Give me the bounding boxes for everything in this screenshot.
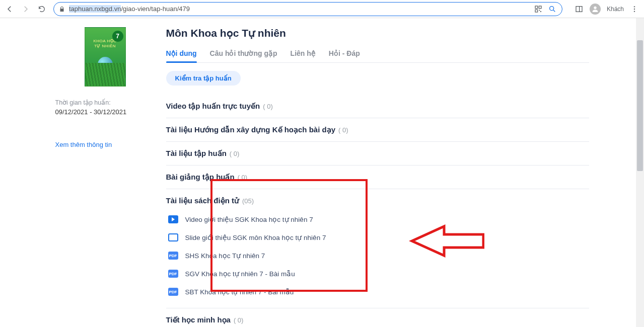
tab-lien-he[interactable]: Liên hệ: [291, 44, 316, 62]
zoom-icon[interactable]: [548, 5, 557, 14]
reload-button[interactable]: [37, 5, 46, 14]
qr-icon[interactable]: [534, 5, 543, 14]
section-head[interactable]: Video tập huấn trực tuyến ( 0): [166, 102, 589, 111]
kebab-menu-icon[interactable]: [630, 5, 639, 14]
ebook-item[interactable]: PDF SBT Khoa học tự nhiên 7 - Bài mẫu: [166, 283, 589, 301]
item-label: Slide giới thiệu SGK môn Khoa học tự nhi…: [185, 233, 326, 241]
page-title: Môn Khoa học Tự nhiên: [166, 27, 589, 39]
pdf-icon: PDF: [168, 270, 178, 278]
slide-icon: [168, 233, 178, 241]
tab-cau-hoi[interactable]: Câu hỏi thường gặp: [210, 44, 277, 62]
section-lectures: Bài giảng tập huấn ( 0): [166, 166, 589, 189]
section-count: ( 0): [234, 316, 244, 324]
svg-rect-3: [539, 10, 540, 11]
section-head[interactable]: Tài liệu Hướng dẫn xây dựng Kế hoạch bài…: [166, 125, 589, 134]
svg-point-11: [634, 11, 635, 12]
cover-grass: [85, 63, 125, 86]
cover-number: 7: [112, 31, 123, 42]
section-head[interactable]: Tiết học minh họa ( 0): [166, 315, 589, 324]
avatar-icon[interactable]: [590, 4, 601, 15]
section-count: ( 0): [238, 174, 248, 181]
section-title: Tiết học minh họa: [166, 315, 231, 324]
item-label: SHS Khoa học Tự nhiên 7: [185, 252, 265, 260]
ebook-item[interactable]: PDF SGV Khoa học tự nhiên 7 - Bài mẫu: [166, 265, 589, 283]
section-title: Tài liệu tập huấn: [166, 149, 227, 158]
book-cover: KHOA HỌC TỰ NHIÊN 7: [85, 27, 126, 87]
forward-button[interactable]: [21, 5, 30, 14]
svg-rect-0: [535, 6, 538, 9]
section-ebooks: Tài liệu sách điện tử (05) Video giới th…: [166, 189, 589, 308]
item-label: SBT Khoa học tự nhiên 7 - Bài mẫu: [185, 288, 294, 296]
ebook-item[interactable]: PDF SHS Khoa học Tự nhiên 7: [166, 247, 589, 265]
exam-chip[interactable]: Kiểm tra tập huấn: [166, 71, 241, 86]
tab-noi-dung[interactable]: Nội dung: [166, 44, 197, 62]
section-count: ( 0): [230, 150, 240, 157]
address-bar[interactable]: taphuan.nxbgd.vn/giao-vien/tap-huan/479: [53, 2, 562, 16]
svg-point-8: [594, 6, 596, 9]
section-count: (05): [242, 197, 254, 205]
section-head[interactable]: Bài giảng tập huấn ( 0): [166, 173, 589, 182]
browser-toolbar: taphuan.nxbgd.vn/giao-vien/tap-huan/479 …: [0, 0, 644, 18]
scrollbar[interactable]: [636, 18, 644, 327]
video-icon: [168, 215, 178, 223]
svg-rect-2: [535, 10, 538, 12]
svg-point-5: [550, 6, 554, 10]
ebook-item[interactable]: Video giới thiệu SGK Khoa học tự nhiên 7: [166, 210, 589, 228]
section-title: Video tập huấn trực tuyến: [166, 102, 260, 111]
section-demo-lesson: Tiết học minh họa ( 0): [166, 308, 589, 327]
svg-point-9: [634, 6, 635, 7]
ebook-item[interactable]: Slide giới thiệu SGK môn Khoa học tự nhi…: [166, 228, 589, 247]
section-head[interactable]: Tài liệu sách điện tử (05): [166, 196, 589, 205]
tabs: Nội dung Câu hỏi thường gặp Liên hệ Hỏi …: [166, 44, 589, 63]
pdf-icon: PDF: [168, 252, 178, 260]
section-video-online: Video tập huấn trực tuyến ( 0): [166, 95, 589, 118]
section-count: ( 0): [263, 103, 273, 110]
panel-icon[interactable]: [575, 5, 584, 14]
lock-icon: [59, 6, 65, 12]
course-main: Môn Khoa học Tự nhiên Nội dung Câu hỏi t…: [166, 27, 589, 327]
page-body: KHOA HỌC TỰ NHIÊN 7 Thời gian tập huấn: …: [0, 18, 644, 327]
section-title: Bài giảng tập huấn: [166, 173, 235, 182]
section-head[interactable]: Tài liệu tập huấn ( 0): [166, 149, 589, 158]
section-plan-guide: Tài liệu Hướng dẫn xây dựng Kế hoạch bài…: [166, 118, 589, 142]
item-label: SGV Khoa học tự nhiên 7 - Bài mẫu: [185, 270, 295, 278]
section-title: Tài liệu Hướng dẫn xây dựng Kế hoạch bài…: [166, 125, 336, 134]
svg-rect-4: [540, 11, 541, 12]
tab-hoi-dap[interactable]: Hỏi - Đáp: [329, 44, 360, 62]
back-button[interactable]: [5, 5, 14, 14]
section-title: Tài liệu sách điện tử: [166, 196, 240, 205]
item-label: Video giới thiệu SGK Khoa học tự nhiên 7: [185, 215, 313, 223]
section-training-docs: Tài liệu tập huấn ( 0): [166, 142, 589, 166]
url-text: taphuan.nxbgd.vn/giao-vien/tap-huan/479: [69, 5, 530, 13]
pdf-icon: PDF: [168, 288, 178, 296]
svg-rect-1: [539, 6, 541, 9]
time-label: Thời gian tập huấn:: [55, 99, 111, 106]
svg-point-10: [634, 8, 635, 9]
cover-title-line2: TỰ NHIÊN: [85, 44, 125, 48]
guest-label: Khách: [607, 6, 624, 13]
time-value: 09/12/2021 - 30/12/2021: [55, 108, 127, 116]
section-count: ( 0): [338, 126, 348, 134]
scroll-thumb[interactable]: [637, 40, 643, 171]
course-sidebar: KHOA HỌC TỰ NHIÊN 7 Thời gian tập huấn: …: [55, 27, 136, 327]
more-info-link[interactable]: Xem thêm thông tin: [55, 141, 112, 148]
